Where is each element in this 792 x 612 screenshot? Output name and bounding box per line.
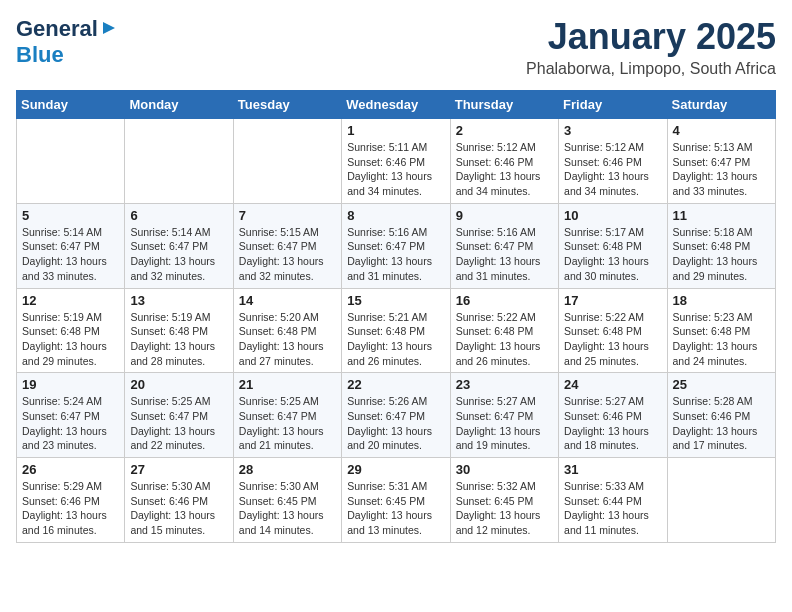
day-info: Sunrise: 5:25 AMSunset: 6:47 PMDaylight:…: [239, 394, 336, 453]
day-number: 18: [673, 293, 770, 308]
location-title: Phalaborwa, Limpopo, South Africa: [526, 60, 776, 78]
page-header: General Blue January 2025 Phalaborwa, Li…: [16, 16, 776, 78]
day-number: 28: [239, 462, 336, 477]
week-row-5: 26Sunrise: 5:29 AMSunset: 6:46 PMDayligh…: [17, 458, 776, 543]
calendar-cell: 10Sunrise: 5:17 AMSunset: 6:48 PMDayligh…: [559, 203, 667, 288]
day-info: Sunrise: 5:24 AMSunset: 6:47 PMDaylight:…: [22, 394, 119, 453]
calendar-cell: 1Sunrise: 5:11 AMSunset: 6:46 PMDaylight…: [342, 119, 450, 204]
col-header-tuesday: Tuesday: [233, 91, 341, 119]
day-info: Sunrise: 5:17 AMSunset: 6:48 PMDaylight:…: [564, 225, 661, 284]
day-info: Sunrise: 5:21 AMSunset: 6:48 PMDaylight:…: [347, 310, 444, 369]
day-number: 11: [673, 208, 770, 223]
calendar-cell: 2Sunrise: 5:12 AMSunset: 6:46 PMDaylight…: [450, 119, 558, 204]
day-info: Sunrise: 5:25 AMSunset: 6:47 PMDaylight:…: [130, 394, 227, 453]
day-number: 27: [130, 462, 227, 477]
day-number: 4: [673, 123, 770, 138]
day-info: Sunrise: 5:29 AMSunset: 6:46 PMDaylight:…: [22, 479, 119, 538]
svg-marker-0: [103, 22, 115, 34]
day-number: 10: [564, 208, 661, 223]
title-block: January 2025 Phalaborwa, Limpopo, South …: [526, 16, 776, 78]
calendar-cell: [233, 119, 341, 204]
day-number: 25: [673, 377, 770, 392]
calendar-cell: 30Sunrise: 5:32 AMSunset: 6:45 PMDayligh…: [450, 458, 558, 543]
col-header-wednesday: Wednesday: [342, 91, 450, 119]
day-number: 3: [564, 123, 661, 138]
day-info: Sunrise: 5:33 AMSunset: 6:44 PMDaylight:…: [564, 479, 661, 538]
calendar-cell: 18Sunrise: 5:23 AMSunset: 6:48 PMDayligh…: [667, 288, 775, 373]
day-number: 20: [130, 377, 227, 392]
day-number: 19: [22, 377, 119, 392]
col-header-saturday: Saturday: [667, 91, 775, 119]
calendar-cell: 8Sunrise: 5:16 AMSunset: 6:47 PMDaylight…: [342, 203, 450, 288]
day-number: 13: [130, 293, 227, 308]
col-header-sunday: Sunday: [17, 91, 125, 119]
day-info: Sunrise: 5:12 AMSunset: 6:46 PMDaylight:…: [456, 140, 553, 199]
calendar-cell: 20Sunrise: 5:25 AMSunset: 6:47 PMDayligh…: [125, 373, 233, 458]
day-number: 26: [22, 462, 119, 477]
day-info: Sunrise: 5:30 AMSunset: 6:46 PMDaylight:…: [130, 479, 227, 538]
col-header-friday: Friday: [559, 91, 667, 119]
day-number: 21: [239, 377, 336, 392]
day-info: Sunrise: 5:22 AMSunset: 6:48 PMDaylight:…: [456, 310, 553, 369]
day-info: Sunrise: 5:19 AMSunset: 6:48 PMDaylight:…: [22, 310, 119, 369]
day-number: 9: [456, 208, 553, 223]
day-info: Sunrise: 5:23 AMSunset: 6:48 PMDaylight:…: [673, 310, 770, 369]
calendar-cell: 5Sunrise: 5:14 AMSunset: 6:47 PMDaylight…: [17, 203, 125, 288]
logo-arrow-icon: [101, 20, 117, 40]
col-header-monday: Monday: [125, 91, 233, 119]
calendar-cell: 16Sunrise: 5:22 AMSunset: 6:48 PMDayligh…: [450, 288, 558, 373]
calendar-cell: 28Sunrise: 5:30 AMSunset: 6:45 PMDayligh…: [233, 458, 341, 543]
calendar-cell: 11Sunrise: 5:18 AMSunset: 6:48 PMDayligh…: [667, 203, 775, 288]
day-number: 14: [239, 293, 336, 308]
day-info: Sunrise: 5:14 AMSunset: 6:47 PMDaylight:…: [22, 225, 119, 284]
calendar-cell: 31Sunrise: 5:33 AMSunset: 6:44 PMDayligh…: [559, 458, 667, 543]
day-info: Sunrise: 5:32 AMSunset: 6:45 PMDaylight:…: [456, 479, 553, 538]
day-info: Sunrise: 5:20 AMSunset: 6:48 PMDaylight:…: [239, 310, 336, 369]
calendar-cell: [17, 119, 125, 204]
week-row-3: 12Sunrise: 5:19 AMSunset: 6:48 PMDayligh…: [17, 288, 776, 373]
day-number: 7: [239, 208, 336, 223]
calendar-cell: 4Sunrise: 5:13 AMSunset: 6:47 PMDaylight…: [667, 119, 775, 204]
week-row-4: 19Sunrise: 5:24 AMSunset: 6:47 PMDayligh…: [17, 373, 776, 458]
day-number: 5: [22, 208, 119, 223]
calendar-cell: 24Sunrise: 5:27 AMSunset: 6:46 PMDayligh…: [559, 373, 667, 458]
day-number: 23: [456, 377, 553, 392]
day-info: Sunrise: 5:27 AMSunset: 6:47 PMDaylight:…: [456, 394, 553, 453]
logo: General Blue: [16, 16, 117, 68]
day-number: 15: [347, 293, 444, 308]
day-info: Sunrise: 5:19 AMSunset: 6:48 PMDaylight:…: [130, 310, 227, 369]
calendar-cell: 27Sunrise: 5:30 AMSunset: 6:46 PMDayligh…: [125, 458, 233, 543]
calendar-cell: 23Sunrise: 5:27 AMSunset: 6:47 PMDayligh…: [450, 373, 558, 458]
logo-blue: Blue: [16, 42, 64, 67]
logo-general: General: [16, 16, 98, 42]
day-info: Sunrise: 5:15 AMSunset: 6:47 PMDaylight:…: [239, 225, 336, 284]
day-number: 24: [564, 377, 661, 392]
day-number: 31: [564, 462, 661, 477]
week-row-2: 5Sunrise: 5:14 AMSunset: 6:47 PMDaylight…: [17, 203, 776, 288]
calendar-cell: 17Sunrise: 5:22 AMSunset: 6:48 PMDayligh…: [559, 288, 667, 373]
calendar-cell: 29Sunrise: 5:31 AMSunset: 6:45 PMDayligh…: [342, 458, 450, 543]
day-info: Sunrise: 5:26 AMSunset: 6:47 PMDaylight:…: [347, 394, 444, 453]
day-number: 6: [130, 208, 227, 223]
calendar-cell: 9Sunrise: 5:16 AMSunset: 6:47 PMDaylight…: [450, 203, 558, 288]
day-info: Sunrise: 5:16 AMSunset: 6:47 PMDaylight:…: [347, 225, 444, 284]
calendar-cell: 6Sunrise: 5:14 AMSunset: 6:47 PMDaylight…: [125, 203, 233, 288]
calendar-cell: 25Sunrise: 5:28 AMSunset: 6:46 PMDayligh…: [667, 373, 775, 458]
day-number: 30: [456, 462, 553, 477]
calendar-cell: 21Sunrise: 5:25 AMSunset: 6:47 PMDayligh…: [233, 373, 341, 458]
calendar-cell: 3Sunrise: 5:12 AMSunset: 6:46 PMDaylight…: [559, 119, 667, 204]
day-info: Sunrise: 5:11 AMSunset: 6:46 PMDaylight:…: [347, 140, 444, 199]
month-title: January 2025: [526, 16, 776, 58]
day-number: 1: [347, 123, 444, 138]
day-number: 2: [456, 123, 553, 138]
day-info: Sunrise: 5:30 AMSunset: 6:45 PMDaylight:…: [239, 479, 336, 538]
day-number: 22: [347, 377, 444, 392]
day-info: Sunrise: 5:16 AMSunset: 6:47 PMDaylight:…: [456, 225, 553, 284]
day-number: 17: [564, 293, 661, 308]
day-info: Sunrise: 5:28 AMSunset: 6:46 PMDaylight:…: [673, 394, 770, 453]
day-info: Sunrise: 5:27 AMSunset: 6:46 PMDaylight:…: [564, 394, 661, 453]
day-number: 29: [347, 462, 444, 477]
day-info: Sunrise: 5:13 AMSunset: 6:47 PMDaylight:…: [673, 140, 770, 199]
calendar-cell: 19Sunrise: 5:24 AMSunset: 6:47 PMDayligh…: [17, 373, 125, 458]
day-info: Sunrise: 5:14 AMSunset: 6:47 PMDaylight:…: [130, 225, 227, 284]
